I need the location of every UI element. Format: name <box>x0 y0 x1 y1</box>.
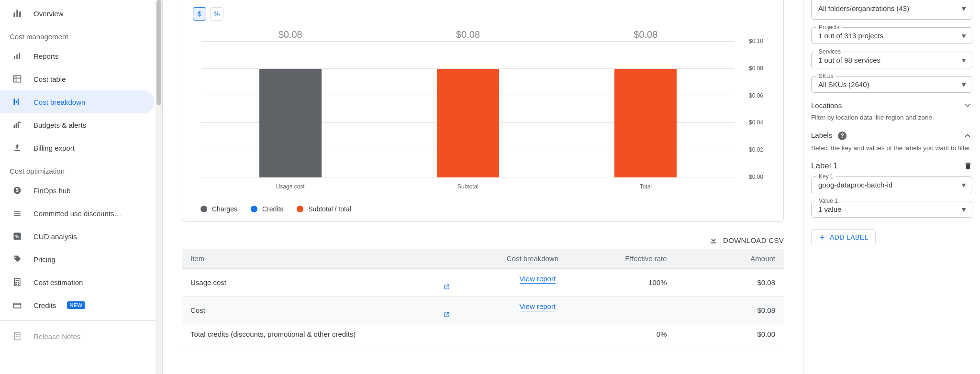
sidebar-scroll-thumb[interactable] <box>156 0 161 105</box>
table-row: Usage cost View report 100% $0.08 <box>182 269 784 297</box>
nav-label: Budgets & alerts <box>33 121 86 129</box>
nav-release-notes[interactable]: Release Notes <box>0 325 155 348</box>
table-icon <box>11 73 23 85</box>
download-icon <box>709 235 718 245</box>
label-key-select[interactable]: Key 1 goog-dataproc-batch-id ▼ <box>811 176 972 193</box>
view-report-link[interactable]: View report <box>520 275 556 284</box>
table-header-row: Item Cost breakdown Effective rate Amoun… <box>182 249 784 269</box>
select-label: Key 1 <box>816 173 836 180</box>
new-badge: NEW <box>67 301 86 309</box>
nav-label: CUD analysis <box>33 232 77 241</box>
select-value: goog-dataproc-batch-id <box>818 181 892 189</box>
unit-percent-button[interactable]: % <box>210 7 223 21</box>
select-label: Value 1 <box>816 198 840 204</box>
locations-section-header[interactable]: Locations <box>811 100 972 110</box>
plus-icon <box>818 233 826 241</box>
svg-rect-0 <box>14 12 15 17</box>
add-label-button[interactable]: ADD LABEL <box>811 229 876 245</box>
svg-text:$: $ <box>16 187 19 193</box>
overview-icon <box>11 8 23 19</box>
chevron-down-icon: ▼ <box>960 5 967 12</box>
legend-credits: Credits <box>251 205 283 213</box>
labels-section-header[interactable]: Labels ? <box>811 131 972 141</box>
nav-budgets[interactable]: Budgets & alerts <box>0 113 155 136</box>
table-row: Cost View report $0.08 <box>182 297 784 324</box>
svg-rect-31 <box>14 303 21 308</box>
bar-total: $0.08 Total <box>582 42 710 177</box>
select-value: 1 out of 313 projects <box>818 32 883 40</box>
nav-label: Overview <box>33 10 64 18</box>
select-label: Services <box>816 48 843 55</box>
chart-card: $ % $0.00 $0.02 $0.04 $0.06 $0.08 $0.10 … <box>182 0 784 222</box>
bar-value-label: $0.08 <box>634 29 657 40</box>
calculator-icon <box>11 276 23 288</box>
chevron-down-icon: ▼ <box>960 81 967 88</box>
chevron-up-icon <box>963 131 972 141</box>
nav-finops-hub[interactable]: $ FinOps hub <box>0 179 155 202</box>
ytick: $0.00 <box>749 174 763 180</box>
svg-rect-12 <box>14 125 15 128</box>
nav-billing-export[interactable]: Billing export <box>0 136 155 159</box>
folders-select[interactable]: All folders/organizations (43) ▼ <box>811 0 972 20</box>
nav-overview[interactable]: Overview <box>0 2 155 25</box>
download-csv-button[interactable]: DOWNLOAD CSV <box>709 235 784 245</box>
cell-item: Cost <box>182 297 434 324</box>
nav-cost-estimation[interactable]: Cost estimation <box>0 271 155 294</box>
nav-cost-breakdown[interactable]: Cost breakdown <box>0 90 155 113</box>
ytick: $0.02 <box>749 146 763 153</box>
cell-rate <box>567 297 675 324</box>
section-title: Locations <box>811 101 842 110</box>
svg-point-30 <box>18 284 19 285</box>
nav-credits[interactable]: Credits NEW <box>0 294 155 317</box>
chart-legend: Charges Credits Subtotal / total <box>193 205 773 213</box>
view-report-link[interactable]: View report <box>520 302 556 311</box>
svg-rect-36 <box>711 242 716 243</box>
svg-point-28 <box>18 282 19 283</box>
nav-pricing[interactable]: Pricing <box>0 248 155 271</box>
delete-label-button[interactable] <box>964 162 972 170</box>
svg-rect-6 <box>14 76 21 82</box>
add-label-text: ADD LABEL <box>830 233 869 241</box>
nav-cud[interactable]: Committed use discounts… <box>0 202 155 225</box>
chevron-down-icon: ▼ <box>960 181 967 189</box>
select-value: 1 out of 98 services <box>818 56 880 64</box>
unit-dollar-button[interactable]: $ <box>193 7 206 21</box>
nav-cost-table[interactable]: Cost table <box>0 67 155 90</box>
sidebar-scrollbar[interactable] <box>156 0 162 374</box>
bar-x-label: Total <box>640 183 652 190</box>
skus-select[interactable]: SKUs All SKUs (2640) ▼ <box>811 76 972 93</box>
label-value-select[interactable]: Value 1 1 value ▼ <box>811 201 972 218</box>
tag-icon <box>11 253 23 265</box>
svg-point-29 <box>16 284 17 285</box>
filter-panel: All folders/organizations (43) ▼ Project… <box>803 0 980 374</box>
nav-cud-analysis[interactable]: % CUD analysis <box>0 225 155 248</box>
legend-label: Charges <box>212 205 237 213</box>
legend-label: Subtotal / total <box>308 205 351 213</box>
th-breakdown: Cost breakdown <box>434 249 567 269</box>
legend-label: Credits <box>262 205 283 213</box>
main-content: $ % $0.00 $0.02 $0.04 $0.06 $0.08 $0.10 … <box>163 0 803 374</box>
svg-rect-13 <box>16 123 17 128</box>
services-select[interactable]: Services 1 out of 98 services ▼ <box>811 52 972 68</box>
nav-label: Pricing <box>33 255 56 264</box>
cell-breakdown <box>434 324 567 344</box>
projects-select[interactable]: Projects 1 out of 313 projects ▼ <box>811 27 972 44</box>
breakdown-icon <box>11 96 23 108</box>
locations-hint: Filter by location data like region and … <box>811 113 972 122</box>
notes-icon <box>11 330 23 342</box>
cell-rate: 0% <box>567 324 675 344</box>
nav-reports[interactable]: Reports <box>0 44 155 67</box>
unit-toggle: $ % <box>193 7 773 21</box>
chevron-down-icon: ▼ <box>960 56 967 64</box>
svg-point-27 <box>16 282 17 283</box>
help-icon[interactable]: ? <box>838 132 846 140</box>
svg-rect-5 <box>19 53 20 59</box>
table-row: Total credits (discounts, promotional & … <box>182 324 784 344</box>
external-icon <box>443 284 558 290</box>
ytick: $0.10 <box>749 38 763 44</box>
nav-label: Billing export <box>33 144 75 152</box>
svg-rect-10 <box>16 101 17 103</box>
th-item: Item <box>182 249 434 269</box>
ytick: $0.06 <box>749 92 763 99</box>
ytick: $0.04 <box>749 119 763 126</box>
